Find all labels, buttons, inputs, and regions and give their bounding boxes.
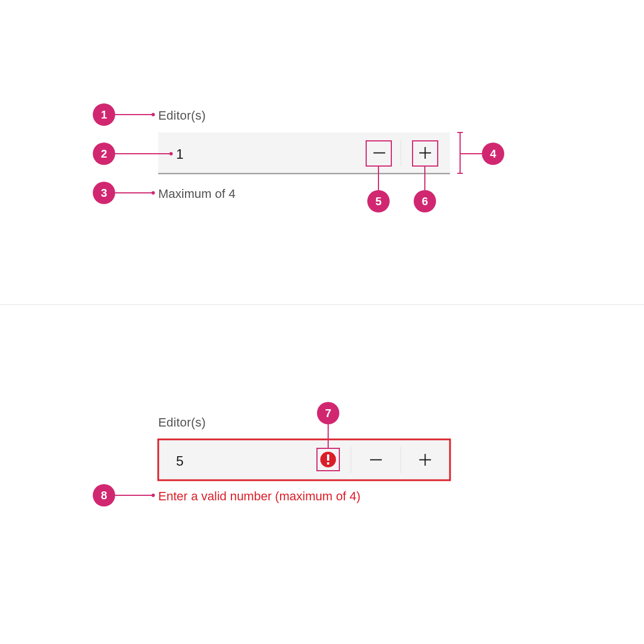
svg-text:4: 4 (490, 148, 496, 160)
svg-text:1: 1 (101, 108, 107, 121)
svg-text:3: 3 (101, 187, 107, 199)
annotation-8: 8 (93, 484, 155, 506)
svg-text:6: 6 (422, 195, 428, 207)
svg-point-45 (151, 494, 155, 497)
svg-text:7: 7 (325, 407, 331, 419)
svg-text:8: 8 (101, 489, 107, 501)
annotation-3: 3 (93, 182, 155, 204)
stepper-error-value[interactable]: 5 (176, 453, 183, 468)
svg-point-6 (151, 113, 155, 116)
stepper-label: Editor(s) (158, 108, 206, 122)
stepper-error-label: Editor(s) (158, 415, 206, 429)
annotation-4: 4 (457, 132, 504, 173)
decrement-button[interactable] (351, 439, 401, 480)
warning-filled-icon (320, 452, 336, 467)
decrement-button[interactable] (358, 132, 401, 173)
svg-point-10 (169, 152, 173, 155)
svg-text:2: 2 (101, 148, 107, 160)
stepper-value[interactable]: 1 (176, 146, 183, 162)
svg-point-14 (151, 191, 155, 195)
stepper-error-message: Enter a valid number (maximum of 4) (158, 489, 361, 503)
annotation-1: 1 (93, 103, 155, 126)
svg-rect-33 (327, 462, 329, 465)
number-stepper-error: 5 (158, 439, 450, 480)
svg-rect-32 (327, 454, 329, 461)
svg-text:5: 5 (375, 195, 381, 207)
anatomy-diagram: Editor(s) 1 Maximum of 4 1 2 (0, 0, 644, 644)
number-stepper: 1 (158, 132, 450, 174)
increment-button[interactable] (401, 439, 450, 480)
stepper-helper: Maximum of 4 (158, 187, 235, 201)
